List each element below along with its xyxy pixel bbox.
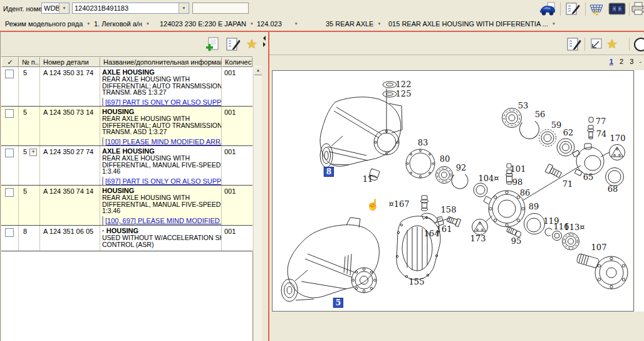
scroll-up-button[interactable]: ▲ bbox=[254, 66, 262, 75]
expand-button[interactable]: + bbox=[29, 149, 37, 156]
table-row[interactable]: 5+ A 124 350 27 74 AXLE HOUSING REAR AXL… bbox=[1, 146, 252, 186]
diagram-callout: 62 bbox=[563, 128, 574, 137]
diagram-callout: 53 bbox=[518, 101, 529, 110]
fit-to-screen-icon[interactable] bbox=[608, 1, 625, 16]
wdb-code-select[interactable]: WDB ▼ bbox=[41, 3, 70, 14]
footnote-link[interactable]: [100] PLEASE MIND MODIFIED ARRANG bbox=[105, 138, 222, 145]
diagram-callout: 158 bbox=[441, 205, 457, 214]
menu-vehicle-type[interactable]: 1. Легковой а/н▼ bbox=[94, 20, 150, 28]
part-number: A 124 350 31 74 bbox=[40, 67, 100, 106]
footnote-link[interactable]: [100, 697] PLEASE MIND MODIFIED ARR bbox=[105, 217, 222, 224]
part-description: REAR AXLE HOUSING WITHDIFFERENTIAL, MANU… bbox=[102, 194, 221, 214]
vehicle-catalog-icon[interactable] bbox=[539, 1, 556, 16]
diagram-highlighted-callout[interactable]: 5 bbox=[333, 298, 343, 308]
collapse-left-icon[interactable] bbox=[263, 36, 266, 41]
diagram-callout: 59 bbox=[551, 120, 562, 130]
part-number: A 124 351 06 05 bbox=[40, 226, 100, 251]
footnote-link[interactable]: [697] PART IS ONLY OR ALSO SUPPLIED bbox=[105, 177, 222, 185]
quantity: 001 bbox=[222, 226, 252, 251]
page-selector: 1 2 3 - bbox=[605, 58, 641, 65]
notes-icon[interactable] bbox=[564, 1, 581, 16]
column-check: ✓ bbox=[1, 57, 19, 67]
table-row[interactable]: 5 A 124 350 74 14 HOUSING REAR AXLE HOUS… bbox=[1, 186, 252, 226]
diagram-callout: 173 bbox=[470, 234, 486, 243]
parts-list-scrollbar[interactable]: ▲ bbox=[253, 66, 262, 341]
diagram-callout: 164 bbox=[424, 229, 440, 238]
notes-icon[interactable] bbox=[566, 36, 582, 53]
row-checkbox[interactable] bbox=[5, 149, 14, 157]
exploded-drawing[interactable]: 122125535659627774170838092101104¤981171… bbox=[272, 70, 634, 312]
diagram-callout: 155 bbox=[409, 277, 425, 286]
vin-combo[interactable]: 1240231B491183 ▼ bbox=[72, 3, 189, 14]
chevron-down-icon: ▼ bbox=[552, 22, 556, 26]
collapse-right-icon[interactable] bbox=[263, 42, 266, 47]
diagram-callout: 86 bbox=[520, 188, 531, 197]
quantity: 001 bbox=[222, 146, 252, 185]
row-checkbox[interactable] bbox=[5, 109, 14, 118]
footnote-doc-icon bbox=[102, 177, 103, 186]
quantity: 001 bbox=[222, 186, 252, 225]
toolbar-divider bbox=[269, 55, 644, 55]
chevron-down-icon: ▼ bbox=[146, 22, 150, 26]
diagram-callout: 107 bbox=[591, 243, 607, 252]
zoom-icon[interactable] bbox=[634, 38, 644, 51]
epc-application-window: Идент. номер WDB ▼ 1240231B491183 ▼ bbox=[0, 0, 644, 341]
position-number: 8 bbox=[23, 228, 27, 235]
menu-subgroup[interactable]: 015 REAR AXLE HOUSING WITH DIFFERENTIA .… bbox=[388, 20, 556, 28]
page-2-link[interactable]: 2 bbox=[620, 58, 623, 65]
aux-input[interactable] bbox=[192, 3, 249, 14]
favorites-star-icon[interactable]: ★ bbox=[604, 36, 620, 53]
part-number: A 124 350 74 14 bbox=[40, 186, 100, 225]
table-row[interactable]: 5 A 124 350 73 14 HOUSING REAR AXLE HOUS… bbox=[1, 107, 252, 146]
table-row[interactable]: 8 A 124 351 06 05 · HOUSING USED WITHOUT… bbox=[1, 226, 252, 251]
chevron-down-icon[interactable]: ▼ bbox=[59, 3, 69, 13]
menu-group[interactable]: 35 REAR AXLE▼ bbox=[326, 20, 381, 28]
part-description: USED WITHOUT W/ACCELERATION SKIDCONTROL … bbox=[102, 234, 221, 248]
footnote-link[interactable]: [697] PART IS ONLY OR ALSO SUPPLIED bbox=[105, 98, 222, 106]
menu-model-mode[interactable]: Режим модельного ряда▼ bbox=[5, 20, 90, 28]
menu-series[interactable]: 124.023▼ bbox=[257, 20, 298, 28]
row-checkbox[interactable] bbox=[5, 188, 14, 197]
position-number: 5 bbox=[23, 108, 27, 116]
page-3-link[interactable]: 3 bbox=[630, 58, 633, 65]
diagram-callout: 101 bbox=[511, 164, 526, 174]
diagram-callout: 71 bbox=[563, 179, 573, 189]
quantity: 001 bbox=[222, 67, 252, 106]
quantity: 001 bbox=[222, 107, 252, 145]
part-description: REAR AXLE HOUSING WITHDIFFERENTIAL, MANU… bbox=[102, 155, 221, 175]
chevron-down-icon[interactable]: ▼ bbox=[179, 3, 189, 13]
ident-number-label: Идент. номер bbox=[3, 5, 46, 13]
diagram-callout: 95 bbox=[511, 236, 522, 246]
detach-window-icon[interactable] bbox=[588, 36, 604, 53]
column-name: Название/дополнительная информация bbox=[100, 57, 222, 67]
add-part-icon[interactable] bbox=[204, 36, 221, 53]
row-checkbox[interactable] bbox=[5, 70, 14, 78]
diagram-callout: 56 bbox=[535, 110, 546, 119]
menu-model[interactable]: 124023 230 E:230 E JAPAN▼ bbox=[160, 20, 254, 28]
drawing-panel: ★ 1 2 3 - bbox=[269, 32, 644, 341]
diagram-callout: 11 bbox=[363, 174, 373, 184]
parts-list-panel: ★ ✓ № п... Номер детали Название/дополни… bbox=[0, 32, 262, 341]
model-menubar: Режим модельного ряда▼ 1. Легковой а/н▼ … bbox=[0, 18, 644, 31]
hand-cursor-icon bbox=[366, 198, 379, 211]
chevron-down-icon: ▼ bbox=[86, 22, 90, 26]
parts-basket-icon[interactable] bbox=[588, 1, 605, 16]
panel-splitter[interactable] bbox=[262, 32, 268, 341]
column-quantity: Количество bbox=[222, 57, 252, 67]
print-icon[interactable] bbox=[630, 1, 644, 16]
diagram-callout: 68 bbox=[608, 184, 618, 194]
favorites-star-icon[interactable]: ★ bbox=[244, 36, 260, 53]
diagram-callout: 125 bbox=[396, 89, 412, 98]
table-empty-area bbox=[1, 251, 253, 341]
diagram-callout: 89 bbox=[529, 202, 539, 211]
table-row[interactable]: 5 A 124 350 31 74 AXLE HOUSING REAR AXLE… bbox=[1, 67, 252, 107]
row-checkbox[interactable] bbox=[5, 228, 14, 237]
diagram-callout: 80 bbox=[440, 154, 450, 164]
chevron-down-icon: ▼ bbox=[294, 22, 298, 26]
notes-icon[interactable] bbox=[225, 36, 241, 53]
diagram-highlighted-callout[interactable]: 8 bbox=[324, 167, 334, 177]
diagram-overlay: 122125535659627774170838092101104¤981171… bbox=[273, 71, 633, 311]
part-description: REAR AXLE HOUSING WITHDIFFERENTIAL; AUTO… bbox=[102, 76, 221, 96]
diagram-callout: 77 bbox=[596, 117, 606, 126]
page-1-link[interactable]: 1 bbox=[610, 58, 613, 65]
